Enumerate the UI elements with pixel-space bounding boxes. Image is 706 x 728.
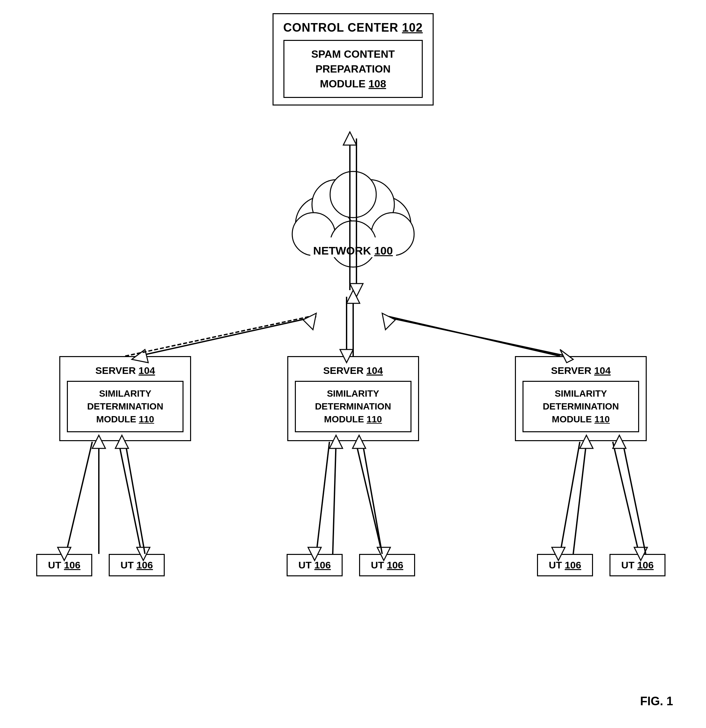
ut-box-1: UT 106 (36, 554, 92, 576)
svg-line-20 (125, 316, 310, 356)
similarity-label-right: SIMILARITYDETERMINATIONMODULE 110 (527, 387, 634, 426)
ut-label-5: UT 106 (545, 559, 585, 571)
svg-line-30 (66, 442, 92, 554)
spam-module-ref: 108 (369, 78, 386, 90)
server-label-right: SERVER 104 (523, 365, 639, 376)
server-box-left: SERVER 104 SIMILARITYDETERMINATIONMODULE… (59, 356, 191, 441)
ut-label-3: UT 106 (294, 559, 335, 571)
svg-line-42 (356, 442, 382, 554)
svg-marker-21 (303, 313, 316, 330)
ut-box-2: UT 106 (109, 554, 165, 576)
spam-module-label: SPAM CONTENTPREPARATIONMODULE 108 (292, 47, 414, 91)
svg-line-50 (613, 442, 639, 554)
server-box-right: SERVER 104 SIMILARITYDETERMINATIONMODULE… (515, 356, 647, 441)
figure-label: FIG. 1 (640, 694, 673, 708)
svg-marker-25 (347, 290, 360, 303)
ut-label-6: UT 106 (617, 559, 658, 571)
ut-label-2: UT 106 (116, 559, 157, 571)
svg-marker-15 (343, 132, 356, 145)
svg-line-18 (138, 316, 316, 356)
network-label: NETWORK 100 (313, 244, 393, 257)
svg-line-34 (119, 442, 142, 554)
svg-line-48 (573, 442, 586, 554)
ut-box-6: UT 106 (609, 554, 666, 576)
svg-marker-29 (382, 313, 395, 330)
cloud-svg (268, 158, 439, 290)
svg-line-26 (383, 316, 567, 356)
similarity-box-left: SIMILARITYDETERMINATIONMODULE 110 (67, 381, 183, 432)
diagram: CONTROL CENTER 102 SPAM CONTENTPREPARATI… (0, 0, 706, 728)
svg-line-46 (560, 442, 580, 554)
svg-line-38 (316, 442, 330, 554)
svg-line-28 (389, 316, 560, 356)
svg-line-36 (125, 442, 145, 554)
svg-line-44 (362, 442, 382, 554)
svg-line-40 (333, 442, 336, 554)
similarity-box-right: SIMILARITYDETERMINATIONMODULE 110 (523, 381, 639, 432)
network-cloud: NETWORK 100 (268, 158, 439, 290)
similarity-label-left: SIMILARITYDETERMINATIONMODULE 110 (72, 387, 179, 426)
ut-box-3: UT 106 (287, 554, 343, 576)
ut-label-1: UT 106 (44, 559, 85, 571)
network-ref: 100 (374, 244, 393, 257)
control-center-box: CONTROL CENTER 102 SPAM CONTENTPREPARATI… (272, 13, 434, 105)
control-center-ref: 102 (402, 21, 423, 34)
ut-box-5: UT 106 (537, 554, 593, 576)
ut-label-4: UT 106 (367, 559, 408, 571)
similarity-label-center: SIMILARITYDETERMINATIONMODULE 110 (300, 387, 406, 426)
spam-module-box: SPAM CONTENTPREPARATIONMODULE 108 (283, 40, 423, 98)
svg-point-5 (330, 172, 376, 218)
server-label-left: SERVER 104 (67, 365, 183, 376)
server-box-center: SERVER 104 SIMILARITYDETERMINATIONMODULE… (287, 356, 419, 441)
control-center-label: CONTROL CENTER 102 (283, 21, 423, 35)
server-label-center: SERVER 104 (295, 365, 412, 376)
similarity-box-center: SIMILARITYDETERMINATIONMODULE 110 (295, 381, 412, 432)
ut-box-4: UT 106 (359, 554, 415, 576)
svg-line-52 (622, 442, 646, 554)
